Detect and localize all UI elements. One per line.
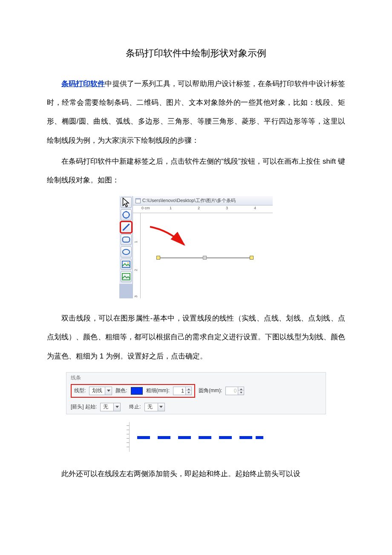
ruler-h-2: 2	[198, 206, 200, 210]
arrow-end-label: 终止:	[129, 403, 141, 410]
dash-segment	[137, 436, 150, 439]
line-type-combo[interactable]: 划线	[89, 387, 112, 395]
arrow-end-value: 无	[145, 403, 158, 410]
spinner-buttons[interactable]	[185, 387, 191, 395]
chevron-down-icon[interactable]	[105, 387, 112, 395]
canvas-body[interactable]	[141, 213, 273, 298]
dash-segment	[239, 436, 252, 439]
corner-label: 圆角(mm):	[199, 387, 222, 394]
ruler-h-4: 4	[254, 206, 256, 210]
thickness-label: 粗细(mm):	[146, 387, 170, 394]
dash-segment	[178, 436, 191, 439]
line-handle-start[interactable]	[156, 256, 160, 260]
thickness-spin[interactable]: 1	[173, 387, 192, 395]
svg-point-3	[122, 249, 130, 254]
paragraph-3: 双击线段，可以在图形属性-基本中，设置线段的线性（实线、点线、划线、点划线、点点…	[47, 309, 345, 366]
dash-segment	[219, 436, 232, 439]
tool-rounded-rect[interactable]	[121, 234, 132, 245]
tool-ellipse[interactable]	[121, 246, 132, 257]
paragraph-1: 条码打印软件中提供了一系列工具，可以帮助用户设计标签，在条码打印软件中设计标签时…	[47, 75, 345, 150]
svg-rect-6	[122, 274, 130, 280]
panel-row-2: [箭头] 起始: 无 终止: 无	[66, 400, 326, 414]
line-type-value: 划线	[89, 387, 105, 394]
svg-rect-4	[122, 261, 130, 268]
figure-dashed-preview	[124, 422, 268, 452]
tool-pan[interactable]	[121, 209, 132, 220]
arrow-start-combo[interactable]: 无	[100, 403, 121, 411]
tool-toolbar	[119, 196, 133, 284]
ruler-h-1: 1	[170, 206, 172, 210]
line-type-label: 线型:	[74, 387, 86, 394]
tool-image[interactable]	[121, 259, 132, 270]
window-icon	[135, 198, 141, 203]
preview-ruler	[124, 422, 130, 452]
ruler-horizontal: 0 cm 1 2 3 4	[133, 205, 273, 213]
thickness-value: 1	[173, 387, 185, 395]
canvas-path: C:\Users\lenovo\Desktop\工作\图片\多个条码	[142, 197, 236, 204]
dash-segment	[256, 436, 263, 439]
ruler-vertical: 1 2 3	[133, 213, 141, 298]
paragraph-2: 在条码打印软件中新建标签之后，点击软件左侧的“线段”按钮，可以在画布上按住 sh…	[47, 152, 345, 190]
line-handle-end[interactable]	[250, 256, 254, 260]
ruler-h-3: 3	[226, 206, 228, 210]
svg-rect-2	[122, 237, 130, 242]
paragraph-4: 此外还可以在线段左右两侧添加箭头，即起始和终止。起始终止箭头可以设	[47, 465, 345, 483]
color-swatch[interactable]	[131, 387, 143, 395]
chevron-down-icon[interactable]	[113, 403, 120, 411]
arrow-start-label: [箭头] 起始:	[71, 403, 97, 410]
corner-spin[interactable]: 0	[225, 387, 244, 395]
tool-pointer[interactable]	[121, 197, 132, 208]
panel-row-1: 线型: 划线 颜色: 粗细(mm): 1 圆角(mm): 0	[66, 382, 326, 400]
dash-segment	[199, 436, 211, 439]
tool-line[interactable]	[121, 222, 132, 233]
ruler-v-1: 1	[134, 241, 138, 243]
page-title: 条码打印软件中绘制形状对象示例	[47, 47, 345, 60]
barcode-software-link[interactable]: 条码打印软件	[61, 80, 105, 88]
ruler-v-2: 2	[134, 269, 138, 271]
svg-point-5	[127, 262, 129, 263]
preview-canvas	[130, 422, 268, 452]
canvas-titlebar: C:\Users\lenovo\Desktop\工作\图片\多个条码	[133, 196, 273, 205]
highlighted-settings: 线型: 划线 颜色: 粗细(mm): 1	[71, 384, 195, 398]
spinner-buttons-2[interactable]	[238, 387, 244, 395]
chevron-down-icon[interactable]	[158, 403, 164, 411]
paragraph-1-body: 中提供了一系列工具，可以帮助用户设计标签，在条码打印软件中设计标签时，经常会需要…	[47, 80, 345, 145]
canvas-area: C:\Users\lenovo\Desktop\工作\图片\多个条码 0 cm …	[133, 196, 273, 298]
panel-group-label: 线条	[66, 373, 326, 382]
annotation-arrow-icon	[149, 226, 187, 249]
arrow-end-combo[interactable]: 无	[144, 403, 165, 411]
line-handle-mid[interactable]	[203, 256, 207, 260]
svg-point-0	[123, 212, 129, 218]
ruler-h-unit: 0 cm	[141, 206, 150, 210]
dash-segment	[158, 436, 170, 439]
svg-line-1	[123, 224, 129, 231]
arrow-start-value: 无	[101, 403, 113, 410]
color-label: 颜色:	[115, 387, 127, 394]
document-page: 条码打印软件中绘制形状对象示例 条码打印软件中提供了一系列工具，可以帮助用户设计…	[0, 0, 392, 511]
ruler-v-3: 3	[134, 295, 138, 298]
corner-value: 0	[226, 387, 238, 395]
figure-canvas-screenshot: C:\Users\lenovo\Desktop\工作\图片\多个条码 0 cm …	[119, 196, 273, 298]
drawn-line[interactable]	[159, 257, 251, 258]
tool-image-2[interactable]	[121, 271, 132, 282]
figure-line-properties: 线条 线型: 划线 颜色: 粗细(mm): 1 圆角(mm): 0	[66, 372, 326, 414]
